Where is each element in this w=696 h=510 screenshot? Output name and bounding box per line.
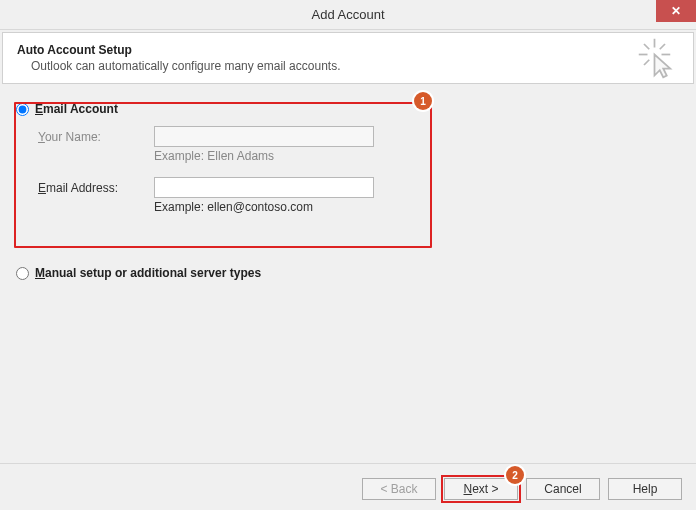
- svg-line-3: [644, 44, 649, 49]
- titlebar: Add Account ✕: [0, 0, 696, 30]
- header-panel: Auto Account Setup Outlook can automatic…: [2, 32, 694, 84]
- manual-setup-option[interactable]: Manual setup or additional server types: [16, 266, 680, 280]
- email-input[interactable]: [154, 177, 374, 198]
- header-subheading: Outlook can automatically configure many…: [31, 59, 679, 73]
- email-account-option[interactable]: Email Account: [16, 102, 680, 116]
- annotation-callout-1: 1: [414, 92, 432, 110]
- close-icon: ✕: [671, 4, 681, 18]
- close-button[interactable]: ✕: [656, 0, 696, 22]
- annotation-callout-2: 2: [506, 466, 524, 484]
- svg-line-5: [644, 60, 649, 65]
- your-name-row: Your Name:: [38, 126, 680, 147]
- your-name-label: Your Name:: [38, 130, 154, 144]
- next-button[interactable]: Next >: [444, 478, 518, 500]
- email-account-label: Email Account: [35, 102, 118, 116]
- svg-line-4: [660, 44, 665, 49]
- your-name-hint: Example: Ellen Adams: [154, 149, 680, 163]
- manual-setup-label: Manual setup or additional server types: [35, 266, 261, 280]
- cancel-button[interactable]: Cancel: [526, 478, 600, 500]
- email-row: Email Address:: [38, 177, 680, 198]
- email-account-radio[interactable]: [16, 103, 29, 116]
- footer-button-bar: < Back Next > 2 Cancel Help: [0, 463, 696, 500]
- dialog-body: Auto Account Setup Outlook can automatic…: [0, 30, 696, 510]
- back-button: < Back: [362, 478, 436, 500]
- email-hint: Example: ellen@contoso.com: [154, 200, 680, 214]
- content-panel: 1 Email Account Your Name: Example: Elle…: [2, 84, 694, 280]
- header-heading: Auto Account Setup: [17, 43, 679, 57]
- annotation-highlight-1: [14, 102, 432, 248]
- manual-setup-radio[interactable]: [16, 267, 29, 280]
- help-button[interactable]: Help: [608, 478, 682, 500]
- cursor-starburst-icon: [637, 37, 679, 79]
- window-title: Add Account: [312, 7, 385, 22]
- email-label: Email Address:: [38, 181, 154, 195]
- your-name-input[interactable]: [154, 126, 374, 147]
